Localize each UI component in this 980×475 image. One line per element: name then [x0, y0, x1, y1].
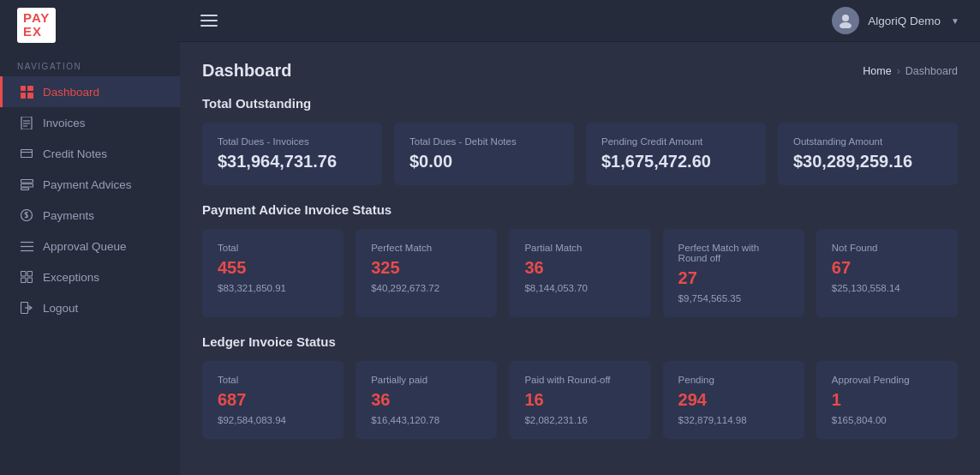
li-sub-2: $2,082,231.16	[524, 415, 635, 425]
li-sub-1: $16,443,120.78	[371, 415, 481, 425]
logout-icon	[20, 301, 33, 315]
pa-value-1: 325	[371, 258, 481, 278]
svg-point-25	[840, 22, 852, 28]
payments-icon	[20, 208, 33, 222]
sidebar-label-dashboard: Dashboard	[43, 86, 99, 99]
payment-advice-cards: Total 455 $83,321,850.91 Perfect Match 3…	[202, 229, 958, 317]
li-card-approval-pending: Approval Pending 1 $165,804.00	[816, 361, 958, 439]
sidebar-item-invoices[interactable]: Invoices	[0, 107, 180, 138]
pa-sub-4: $25,130,558.14	[832, 283, 942, 293]
li-label-0: Total	[218, 375, 328, 385]
pa-value-2: 36	[524, 258, 635, 278]
card-label-2: Pending Credit Amount	[601, 136, 750, 147]
sidebar-label-logout: Logout	[43, 302, 78, 315]
invoices-icon	[20, 116, 33, 129]
li-sub-4: $165,804.00	[832, 415, 942, 425]
pa-value-0: 455	[218, 258, 328, 278]
pa-card-perfect-match: Perfect Match 325 $40,292,673.72	[356, 229, 497, 317]
sidebar-label-exceptions: Exceptions	[43, 271, 99, 284]
svg-rect-10	[21, 179, 33, 183]
svg-rect-2	[21, 93, 26, 99]
total-outstanding-cards: Total Dues - Invoices $31,964,731.76 Tot…	[202, 123, 958, 185]
pa-label-3: Perfect Match with Round off	[678, 243, 789, 263]
pa-sub-0: $83,321,850.91	[218, 283, 328, 293]
pa-value-4: 67	[832, 258, 942, 278]
li-label-1: Partially paid	[371, 375, 481, 385]
card-pending-credit: Pending Credit Amount $1,675,472.60	[586, 123, 766, 185]
user-menu[interactable]: AlgoriQ Demo ▼	[832, 7, 959, 34]
breadcrumb-current: Dashboard	[905, 65, 958, 77]
li-value-4: 1	[832, 390, 942, 410]
breadcrumb-separator: ›	[897, 65, 900, 77]
topbar: AlgoriQ Demo ▼	[180, 0, 980, 42]
li-sub-3: $32,879,114.98	[678, 415, 789, 425]
li-card-total: Total 687 $92,584,083.94	[202, 361, 344, 439]
payment-advice-section: Payment Advice Invoice Status Total 455 …	[202, 202, 958, 317]
svg-rect-19	[27, 272, 33, 277]
sidebar-label-payment-advices: Payment Advices	[43, 178, 132, 191]
svg-rect-12	[21, 188, 28, 190]
pa-sub-2: $8,144,053.70	[524, 283, 635, 293]
svg-rect-18	[21, 272, 27, 277]
pa-label-2: Partial Match	[524, 243, 635, 253]
card-value-0: $31,964,731.76	[218, 152, 367, 171]
sidebar-item-dashboard[interactable]: Dashboard	[0, 76, 180, 107]
li-label-4: Approval Pending	[832, 375, 942, 385]
logo-box: PAY EX	[17, 8, 56, 43]
svg-rect-21	[27, 278, 33, 283]
main-content: AlgoriQ Demo ▼ Dashboard Home › Dashboar…	[180, 0, 980, 475]
dashboard-icon	[20, 85, 33, 99]
li-sub-0: $92,584,083.94	[218, 415, 328, 425]
username: AlgoriQ Demo	[868, 15, 941, 27]
li-card-partially-paid: Partially paid 36 $16,443,120.78	[356, 361, 497, 439]
sidebar-item-approval-queue[interactable]: Approval Queue	[0, 231, 180, 262]
svg-rect-8	[21, 150, 33, 158]
payment-advice-title: Payment Advice Invoice Status	[202, 202, 958, 217]
card-label-0: Total Dues - Invoices	[218, 136, 367, 147]
pa-label-4: Not Found	[832, 243, 942, 253]
li-label-2: Paid with Round-off	[524, 375, 635, 385]
payment-advices-icon	[20, 177, 33, 191]
breadcrumb: Home › Dashboard	[863, 65, 958, 77]
breadcrumb-home: Home	[863, 65, 891, 77]
total-outstanding-title: Total Outstanding	[202, 96, 958, 111]
approval-queue-icon	[20, 239, 33, 253]
page-header: Dashboard Home › Dashboard	[202, 61, 958, 81]
pa-card-perfect-roundoff: Perfect Match with Round off 27 $9,754,5…	[663, 229, 804, 317]
card-value-1: $0.00	[409, 152, 559, 171]
sidebar-label-approval-queue: Approval Queue	[43, 240, 127, 253]
credit-notes-icon	[20, 147, 33, 160]
hamburger-menu[interactable]	[200, 15, 218, 27]
dashboard-content: Dashboard Home › Dashboard Total Outstan…	[180, 42, 980, 475]
li-card-paid-roundoff: Paid with Round-off 16 $2,082,231.16	[509, 361, 650, 439]
sidebar-item-payments[interactable]: Payments	[0, 200, 180, 231]
ledger-invoice-section: Ledger Invoice Status Total 687 $92,584,…	[202, 334, 958, 439]
card-value-2: $1,675,472.60	[601, 152, 750, 171]
svg-rect-1	[27, 86, 33, 91]
nav-section-label: NAVIGATION	[0, 50, 180, 76]
pa-card-not-found: Not Found 67 $25,130,558.14	[816, 229, 958, 317]
li-card-pending: Pending 294 $32,879,114.98	[663, 361, 804, 439]
user-chevron-icon: ▼	[951, 16, 959, 26]
logo-line1: PAY	[23, 11, 50, 26]
li-value-0: 687	[218, 390, 328, 410]
exceptions-icon	[20, 270, 33, 284]
page-title: Dashboard	[202, 61, 291, 81]
card-outstanding-amount: Outstanding Amount $30,289,259.16	[778, 123, 958, 185]
card-total-dues-debit: Total Dues - Debit Notes $0.00	[394, 123, 574, 185]
sidebar-item-payment-advices[interactable]: Payment Advices	[0, 169, 180, 200]
li-value-3: 294	[678, 390, 789, 410]
card-value-3: $30,289,259.16	[793, 152, 942, 171]
sidebar-item-credit-notes[interactable]: Credit Notes	[0, 138, 180, 169]
li-value-2: 16	[524, 390, 635, 410]
pa-label-0: Total	[218, 243, 328, 253]
li-value-1: 36	[371, 390, 481, 410]
sidebar-item-logout[interactable]: Logout	[0, 292, 180, 323]
svg-rect-20	[21, 278, 27, 283]
total-outstanding-section: Total Outstanding Total Dues - Invoices …	[202, 96, 958, 185]
li-label-3: Pending	[678, 375, 789, 385]
avatar	[832, 7, 859, 34]
pa-label-1: Perfect Match	[371, 243, 481, 253]
sidebar-item-exceptions[interactable]: Exceptions	[0, 262, 180, 292]
sidebar-label-payments: Payments	[43, 209, 94, 222]
